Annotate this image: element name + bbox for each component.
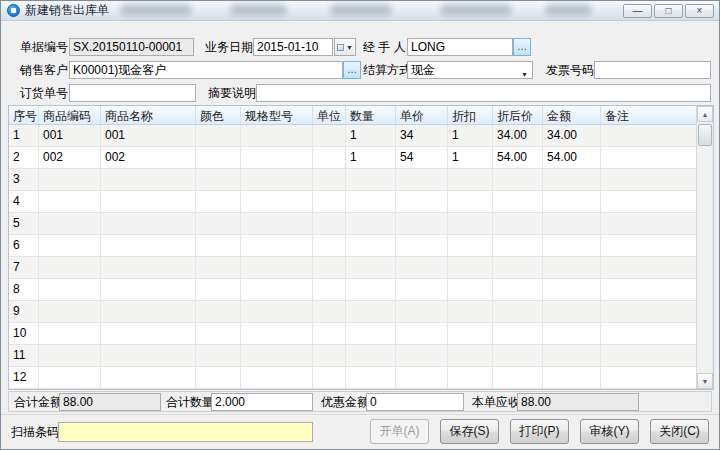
open-bill-button[interactable]: 开单(A) [370, 419, 429, 444]
table-cell[interactable] [448, 169, 493, 190]
invoice-no-field[interactable] [594, 61, 711, 79]
table-cell[interactable] [241, 169, 313, 190]
table-cell[interactable] [313, 235, 346, 256]
table-cell[interactable] [39, 323, 101, 344]
table-cell[interactable] [493, 213, 543, 234]
table-cell[interactable]: 002 [39, 147, 101, 168]
column-header[interactable]: 商品编码 [39, 106, 101, 124]
table-cell[interactable] [241, 147, 313, 168]
table-cell[interactable] [601, 147, 696, 168]
table-cell[interactable] [543, 191, 601, 212]
table-cell[interactable]: 7 [9, 257, 39, 278]
total-qty-field[interactable] [211, 393, 313, 411]
table-row[interactable]: 4 [9, 191, 696, 213]
table-cell[interactable] [396, 323, 448, 344]
table-cell[interactable] [601, 191, 696, 212]
total-amount-field[interactable] [59, 393, 161, 411]
table-cell[interactable] [196, 125, 241, 146]
table-cell[interactable] [196, 345, 241, 366]
customer-field[interactable] [69, 61, 343, 79]
table-cell[interactable] [39, 213, 101, 234]
table-cell[interactable] [196, 213, 241, 234]
table-row[interactable]: 11 [9, 345, 696, 367]
table-cell[interactable] [346, 213, 396, 234]
table-cell[interactable] [601, 125, 696, 146]
table-cell[interactable] [493, 323, 543, 344]
table-cell[interactable]: 1 [448, 147, 493, 168]
table-cell[interactable] [396, 169, 448, 190]
table-cell[interactable] [196, 257, 241, 278]
table-cell[interactable] [241, 191, 313, 212]
table-cell[interactable] [346, 301, 396, 322]
minimize-button[interactable]: — [623, 4, 652, 18]
table-cell[interactable]: 54 [396, 147, 448, 168]
table-cell[interactable] [313, 367, 346, 388]
table-cell[interactable] [39, 345, 101, 366]
table-cell[interactable] [346, 235, 396, 256]
print-button[interactable]: 打印(P) [510, 419, 569, 444]
table-cell[interactable]: 34 [396, 125, 448, 146]
table-cell[interactable] [196, 191, 241, 212]
table-row[interactable]: 7 [9, 257, 696, 279]
table-cell[interactable] [196, 323, 241, 344]
table-cell[interactable] [543, 323, 601, 344]
table-cell[interactable] [543, 213, 601, 234]
table-cell[interactable] [313, 279, 346, 300]
date-picker-button[interactable]: ▼ [334, 38, 356, 56]
column-header[interactable]: 折扣 [448, 106, 493, 124]
table-cell[interactable] [346, 279, 396, 300]
table-cell[interactable] [346, 367, 396, 388]
table-cell[interactable] [601, 279, 696, 300]
table-cell[interactable] [241, 235, 313, 256]
table-cell[interactable] [241, 345, 313, 366]
table-cell[interactable] [196, 279, 241, 300]
table-cell[interactable] [448, 191, 493, 212]
table-cell[interactable] [601, 257, 696, 278]
table-cell[interactable] [39, 257, 101, 278]
table-cell[interactable] [493, 235, 543, 256]
receivable-field[interactable] [517, 393, 639, 411]
table-cell[interactable] [448, 301, 493, 322]
close-button[interactable]: 关闭(C) [650, 419, 709, 444]
table-cell[interactable]: 1 [346, 125, 396, 146]
table-cell[interactable]: 5 [9, 213, 39, 234]
table-cell[interactable] [241, 257, 313, 278]
column-header[interactable]: 商品名称 [101, 106, 196, 124]
table-cell[interactable] [346, 323, 396, 344]
table-cell[interactable]: 1 [346, 147, 396, 168]
table-cell[interactable] [493, 169, 543, 190]
table-cell[interactable] [346, 169, 396, 190]
table-row[interactable]: 8 [9, 279, 696, 301]
table-cell[interactable] [196, 301, 241, 322]
table-cell[interactable] [543, 301, 601, 322]
vertical-scrollbar[interactable]: ▲ ▼ [696, 106, 713, 389]
table-cell[interactable] [396, 279, 448, 300]
table-cell[interactable] [601, 323, 696, 344]
table-cell[interactable] [196, 367, 241, 388]
table-cell[interactable] [101, 345, 196, 366]
table-cell[interactable]: 8 [9, 279, 39, 300]
table-cell[interactable] [601, 213, 696, 234]
table-row[interactable]: 6 [9, 235, 696, 257]
table-cell[interactable] [493, 345, 543, 366]
table-row[interactable]: 5 [9, 213, 696, 235]
table-cell[interactable]: 001 [101, 125, 196, 146]
table-cell[interactable] [313, 125, 346, 146]
table-row[interactable]: 2002002154154.0054.00 [9, 147, 696, 169]
table-cell[interactable] [396, 345, 448, 366]
table-cell[interactable] [543, 279, 601, 300]
column-header[interactable]: 单位 [313, 106, 346, 124]
table-cell[interactable] [601, 367, 696, 388]
table-cell[interactable]: 002 [101, 147, 196, 168]
table-cell[interactable]: 34.00 [543, 125, 601, 146]
table-cell[interactable]: 54.00 [493, 147, 543, 168]
table-cell[interactable] [241, 279, 313, 300]
table-cell[interactable] [101, 301, 196, 322]
table-cell[interactable] [101, 169, 196, 190]
table-cell[interactable] [448, 367, 493, 388]
table-cell[interactable] [543, 345, 601, 366]
table-row[interactable]: 3 [9, 169, 696, 191]
table-cell[interactable]: 11 [9, 345, 39, 366]
column-header[interactable]: 规格型号 [241, 106, 313, 124]
table-cell[interactable] [313, 147, 346, 168]
